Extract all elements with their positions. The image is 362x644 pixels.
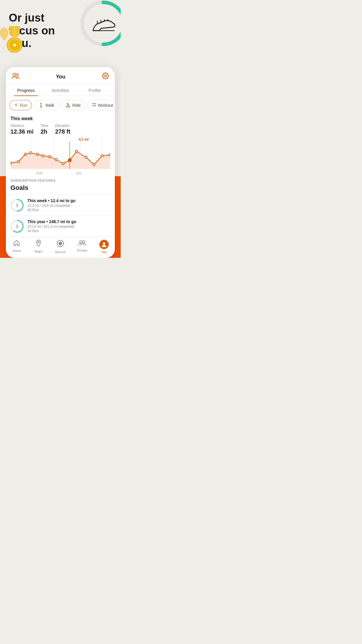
elevation-value: 278 ft [55,128,70,135]
walk-chip-icon: 🚶 [38,103,44,108]
home-icon [13,240,20,248]
nav-you[interactable]: You [93,240,115,254]
chip-ride[interactable]: 🚴 Ride [61,100,85,110]
tabs-bar: Progress Activities Profile [6,84,115,96]
goal-year-sub: 372.6 mi / 621.3 mi completed [27,225,76,229]
chart-jul-label: JUL [76,171,82,175]
goal-week-sub: 12.3 mi / 24.8 mi completed [27,204,75,208]
chip-workout[interactable]: Workout [87,100,115,110]
nav-you-label: You [101,250,107,254]
svg-point-9 [10,162,12,164]
svg-point-20 [75,150,78,153]
svg-point-6 [82,2,121,44]
record-icon [57,240,64,249]
activity-chart: 4.1 mi [6,137,115,175]
tab-profile[interactable]: Profile [78,84,112,96]
chip-ride-label: Ride [72,103,81,108]
svg-point-13 [36,153,38,155]
svg-rect-2 [17,26,20,34]
elevation-label: Elevation [55,124,70,128]
activity-chips-row: Run 🚶 Walk 🚴 Ride Workout [6,96,115,113]
time-label: Time [41,124,48,128]
leaf-icon [0,26,10,41]
svg-text:★: ★ [13,42,17,48]
goal-year-type: All Run [27,229,76,233]
friends-icon[interactable] [12,73,19,81]
tab-activities[interactable]: Activities [43,84,78,96]
distance-label: Distance [10,124,34,128]
goal-week-main: This week • 12.4 mi to go [27,198,75,203]
workout-chip-icon [92,102,96,108]
settings-icon[interactable] [102,72,109,81]
chart-x-axis: JUN JUL [10,170,110,178]
stat-time: Time 2h [41,124,48,135]
phone-card: You Progress Activities Profile [6,67,115,258]
stat-distance: Distance 12.36 mi [10,124,34,135]
svg-point-11 [24,153,26,155]
run-chip-icon [14,102,18,108]
svg-point-22 [93,163,95,166]
nav-record[interactable]: Record [50,240,71,254]
chart-highlight-label: 4.1 mi [79,137,89,141]
nav-home[interactable]: Home [6,240,28,254]
stats-section: This week Distance 12.36 mi Time 2h Elev… [6,113,115,137]
svg-rect-0 [11,26,18,36]
chart-svg [10,137,110,169]
svg-point-21 [85,156,87,158]
nav-home-label: Home [13,249,21,253]
nav-maps-label: Maps [35,250,43,253]
phone-card-wrapper: You Progress Activities Profile [0,67,121,258]
you-avatar [99,240,109,249]
svg-point-39 [82,241,85,243]
svg-point-38 [80,241,82,243]
stat-elevation: Elevation 278 ft [55,124,70,135]
goal-year-info: This year • 248.7 mi to go 372.6 mi / 62… [27,219,76,233]
svg-point-37 [59,242,62,245]
nav-groups[interactable]: Groups [71,240,93,254]
nav-groups-label: Groups [77,249,87,252]
shoe-circle-icon [80,0,121,47]
time-value: 2h [41,128,48,135]
bottom-nav: Home Maps Record [6,237,115,258]
hero-section: Or just focus on you. ★ [0,0,121,64]
maps-icon [36,240,41,249]
goal-year-main: This year • 248.7 mi to go [27,219,76,224]
svg-point-16 [55,158,57,161]
svg-point-8 [16,74,18,76]
chip-run[interactable]: Run [9,100,32,110]
svg-text:🏃: 🏃 [15,203,19,207]
svg-point-24 [109,154,110,156]
nav-maps[interactable]: Maps [28,240,50,254]
chip-run-label: Run [20,103,27,108]
svg-point-10 [17,160,20,163]
svg-point-12 [30,152,32,154]
goal-week-type: All Run [27,208,75,212]
chip-workout-label: Workout [98,103,113,108]
svg-point-7 [13,73,16,76]
svg-point-15 [48,155,50,158]
svg-point-14 [42,155,44,157]
svg-point-17 [62,162,64,165]
svg-point-40 [103,242,105,245]
tab-progress[interactable]: Progress [9,84,43,96]
header-title: You [56,74,66,80]
svg-text:🏃: 🏃 [15,224,19,228]
week-label: This week [10,116,110,121]
goal-item-week[interactable]: 🏃 This week • 12.4 mi to go 12.3 mi / 24… [6,195,115,216]
nav-record-label: Record [55,250,65,254]
goal-week-info: This week • 12.4 mi to go 12.3 mi / 24.8… [27,198,75,212]
chip-walk-label: Walk [45,103,55,108]
ride-chip-icon: 🚴 [65,103,71,108]
goals-title: Goals [6,184,115,195]
chip-walk[interactable]: 🚶 Walk [34,100,59,110]
chart-jun-label: JUN [36,171,43,175]
distance-value: 12.36 mi [10,128,34,135]
goal-week-circle: 🏃 [10,199,24,212]
stats-row: Distance 12.36 mi Time 2h Elevation 278 … [10,124,110,135]
svg-point-35 [38,242,39,243]
goal-item-year[interactable]: 🏃 This year • 248.7 mi to go 372.6 mi / … [6,216,115,237]
goal-year-circle: 🏃 [10,220,24,233]
groups-icon [78,240,86,247]
app-header: You [6,67,115,84]
